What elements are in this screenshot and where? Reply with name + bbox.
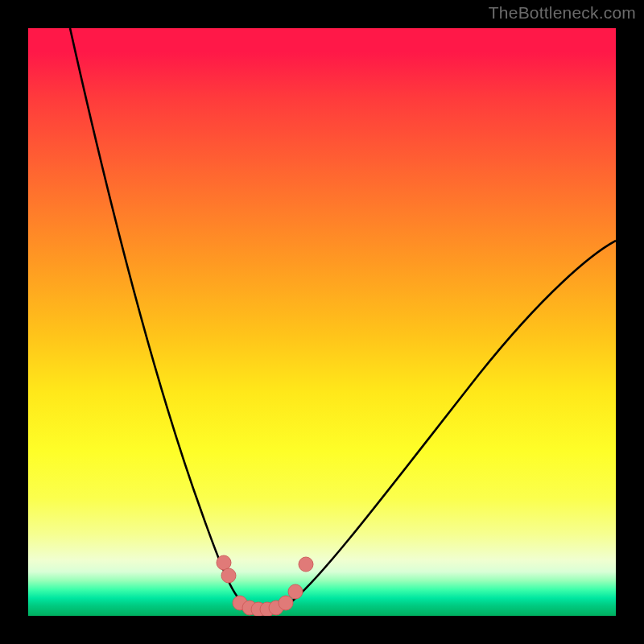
plot-area (28, 28, 616, 616)
svg-point-1 (221, 568, 236, 583)
curve-path (70, 28, 616, 613)
svg-point-0 (217, 555, 231, 570)
svg-point-7 (279, 596, 293, 610)
svg-point-9 (299, 557, 313, 572)
chart-stage: TheBottleneck.com (0, 0, 644, 644)
svg-point-8 (288, 584, 303, 599)
bottleneck-curve (28, 28, 616, 616)
watermark-text: TheBottleneck.com (489, 3, 636, 23)
